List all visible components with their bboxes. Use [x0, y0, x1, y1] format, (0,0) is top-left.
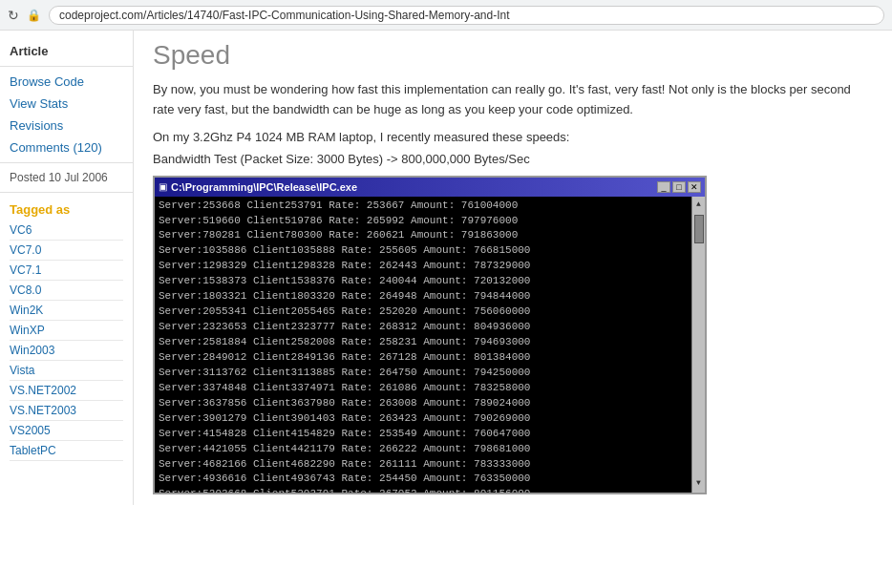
terminal-restore-button[interactable]: □	[672, 181, 686, 193]
scroll-up-arrow[interactable]: ▲	[694, 197, 703, 212]
terminal-line: Server:4421055 Client4421179 Rate: 26622…	[159, 442, 686, 457]
terminal-line: Server:780281 Client780300 Rate: 260621 …	[159, 228, 686, 243]
terminal-line: Server:1538373 Client1538376 Rate: 24004…	[159, 274, 686, 289]
tag-vc6[interactable]: VC6	[10, 220, 123, 241]
tag-winxp[interactable]: WinXP	[10, 321, 123, 341]
terminal-titlebar: ▣ C:\Programming\IPC\Release\IPC.exe _ □…	[155, 178, 705, 197]
terminal-line: Server:2581884 Client2582008 Rate: 25823…	[159, 335, 686, 350]
terminal-title-text: C:\Programming\IPC\Release\IPC.exe	[171, 181, 357, 193]
terminal-body: Server:253668 Client253791 Rate: 253667 …	[155, 197, 705, 493]
terminal-minimize-button[interactable]: _	[657, 181, 670, 193]
terminal-line: Server:1035886 Client1035888 Rate: 25560…	[159, 243, 686, 259]
terminal-line: Server:4936616 Client4936743 Rate: 25445…	[159, 472, 686, 487]
terminal-lines: Server:253668 Client253791 Rate: 253667 …	[159, 199, 701, 493]
terminal-scrollbar[interactable]: ▲ ▼	[691, 197, 705, 493]
terminal-line: Server:5203668 Client5203791 Rate: 26705…	[159, 487, 686, 492]
terminal-close-button[interactable]: ✕	[688, 181, 701, 193]
terminal-cmd-icon: ▣	[159, 181, 167, 192]
sidebar-divider-top	[0, 66, 133, 67]
terminal-line: Server:253668 Client253791 Rate: 253667 …	[159, 199, 686, 214]
scroll-down-arrow[interactable]: ▼	[694, 475, 703, 491]
sidebar-divider-tags	[0, 192, 133, 193]
tag-vc80[interactable]: VC8.0	[10, 281, 123, 301]
scroll-thumb[interactable]	[694, 215, 704, 243]
tagged-section: Tagged as VC6 VC7.0 VC7.1 VC8.0 Win2K Wi…	[0, 197, 133, 465]
sidebar-link-view-stats[interactable]: View Stats	[0, 93, 133, 115]
terminal-line: Server:3374848 Client3374971 Rate: 26108…	[159, 381, 686, 396]
terminal-line: Server:4682166 Client4682290 Rate: 26111…	[159, 457, 686, 472]
tag-vc71[interactable]: VC7.1	[10, 261, 123, 281]
tag-vs2005[interactable]: VS2005	[10, 421, 123, 441]
tag-win2k[interactable]: Win2K	[10, 301, 123, 321]
terminal-line: Server:3901279 Client3901403 Rate: 26342…	[159, 411, 686, 427]
url-bar[interactable]: codeproject.com/Articles/14740/Fast-IPC-…	[49, 6, 884, 25]
lock-icon: 🔒	[27, 9, 41, 22]
terminal-line: Server:2849012 Client2849136 Rate: 26712…	[159, 350, 686, 366]
browser-bar: ↻ 🔒 codeproject.com/Articles/14740/Fast-…	[0, 0, 892, 31]
tag-tabletpc[interactable]: TabletPC	[10, 441, 123, 461]
sidebar: Article Browse Code View Stats Revisions…	[0, 31, 134, 505]
sidebar-link-comments[interactable]: Comments (120)	[0, 136, 133, 158]
terminal-line: Server:4154828 Client4154829 Rate: 25354…	[159, 427, 686, 442]
terminal-line: Server:2323653 Client2323777 Rate: 26831…	[159, 320, 686, 335]
tag-win2003[interactable]: Win2003	[10, 341, 123, 361]
terminal-line: Server:2055341 Client2055465 Rate: 25202…	[159, 304, 686, 320]
tag-vsnet2002[interactable]: VS.NET2002	[10, 381, 123, 401]
tag-vsnet2003[interactable]: VS.NET2003	[10, 401, 123, 421]
intro-paragraph: By now, you must be wondering how fast t…	[153, 80, 873, 120]
speed-line: On my 3.2Ghz P4 1024 MB RAM laptop, I re…	[153, 130, 873, 144]
terminal-line: Server:1298329 Client1298328 Rate: 26244…	[159, 259, 686, 274]
posted-date: Posted 10 Jul 2006	[0, 167, 133, 188]
terminal-line: Server:1803321 Client1803320 Rate: 26494…	[159, 289, 686, 304]
terminal-controls: _ □ ✕	[657, 181, 701, 193]
sidebar-link-revisions[interactable]: Revisions	[0, 115, 133, 136]
terminal-window: ▣ C:\Programming\IPC\Release\IPC.exe _ □…	[153, 176, 707, 494]
bandwidth-text: Bandwidth Test (Packet Size: 3000 Bytes)…	[153, 152, 873, 166]
page-layout: Article Browse Code View Stats Revisions…	[0, 31, 892, 505]
article-section-title: Article	[0, 38, 133, 62]
refresh-icon[interactable]: ↻	[8, 8, 19, 23]
terminal-line: Server:519660 Client519786 Rate: 265992 …	[159, 214, 686, 229]
terminal-line: Server:3637856 Client3637980 Rate: 26300…	[159, 396, 686, 411]
tag-vc70[interactable]: VC7.0	[10, 241, 123, 261]
terminal-title-left: ▣ C:\Programming\IPC\Release\IPC.exe	[159, 181, 357, 193]
main-content: Speed By now, you must be wondering how …	[134, 31, 892, 505]
section-title: Speed	[153, 40, 873, 71]
terminal-line: Server:3113762 Client3113885 Rate: 26475…	[159, 366, 686, 381]
tag-vista[interactable]: Vista	[10, 361, 123, 381]
sidebar-link-browse-code[interactable]: Browse Code	[0, 71, 133, 93]
tagged-title: Tagged as	[10, 202, 123, 217]
sidebar-divider-mid	[0, 162, 133, 163]
